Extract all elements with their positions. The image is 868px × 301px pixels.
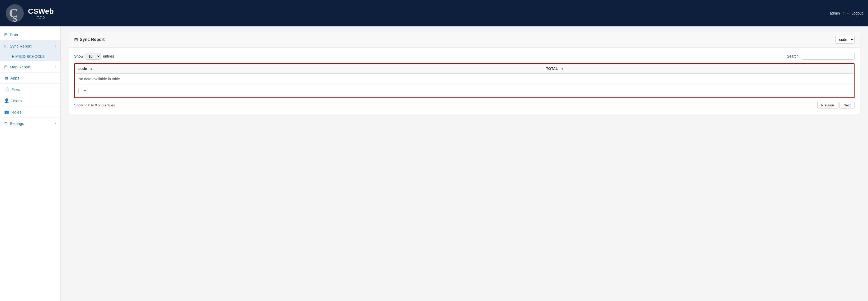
empty-row <box>75 85 854 98</box>
username-label: admin <box>830 11 840 15</box>
sidebar-item-sync-report[interactable]: ⊞ Sync Report ‹ <box>0 40 60 52</box>
header-right: admin ⬚→ Logout <box>830 11 863 15</box>
data-table: code ▲ TOTAL ▼ No data <box>75 64 854 97</box>
card-title: ⊞ Sync Report <box>74 37 104 42</box>
chevron-sync-report: ‹ <box>55 44 56 48</box>
sidebar-label-roles: Roles <box>11 110 21 114</box>
search-box: Search: <box>787 53 855 60</box>
table-header-row: code ▲ TOTAL ▼ <box>75 64 854 74</box>
grid-icon-map: ⊞ <box>4 64 8 69</box>
row-dropdown[interactable] <box>79 88 87 94</box>
empty-total-cell <box>542 85 854 98</box>
settings-icon: ⚙ <box>4 121 8 126</box>
table-icon: ⊞ <box>74 37 78 42</box>
sidebar-item-users[interactable]: 👤 Users <box>0 95 60 107</box>
sidebar-label-sync-report: Sync Report <box>10 44 32 48</box>
next-button[interactable]: Next <box>839 102 855 109</box>
sort-arrow-code: ▲ <box>90 66 93 71</box>
pagination-buttons: Previous Next <box>817 102 855 109</box>
grid-icon: ⊞ <box>4 32 8 37</box>
main-content: ⊞ Sync Report code Show 10 25 50 <box>61 26 868 301</box>
header-left: C S CSWeb 7.7.0 <box>5 4 54 23</box>
app-logo: C S <box>5 4 24 23</box>
entries-suffix: entries <box>103 54 114 58</box>
app-version: 7.7.0 <box>28 16 54 20</box>
col-total-label: TOTAL <box>546 66 558 71</box>
no-data-cell: No data available in table <box>75 74 854 85</box>
sidebar-label-map-report: Map Report <box>10 65 30 69</box>
entries-select[interactable]: 10 25 50 100 <box>86 53 101 60</box>
sync-report-card: ⊞ Sync Report code Show 10 25 50 <box>69 32 860 114</box>
logout-label: Logout <box>851 11 863 15</box>
logout-icon: ⬚→ <box>843 11 850 15</box>
sidebar-item-files[interactable]: 📄 Files <box>0 84 60 95</box>
sidebar-item-data[interactable]: ⊞ Data <box>0 29 60 40</box>
card-body: Show 10 25 50 100 entries Search: <box>69 48 860 114</box>
card-header: ⊞ Sync Report code <box>69 32 860 48</box>
sidebar-item-apps[interactable]: 🖥 Apps <box>0 72 60 84</box>
search-input[interactable] <box>802 53 855 60</box>
code-select[interactable]: code <box>835 36 855 43</box>
show-label: Show <box>74 54 84 58</box>
sidebar-item-map-report[interactable]: ⊞ Map Report ‹ <box>0 61 60 72</box>
grid-icon-sync: ⊞ <box>4 43 8 48</box>
sidebar-label-settings: Settings <box>10 121 24 126</box>
sidebar: ⊞ Data ⊞ Sync Report ‹ MEJD-SCHOOLS ⊞ Ma… <box>0 26 61 301</box>
app-header: C S CSWeb 7.7.0 admin ⬚→ Logout <box>0 0 868 26</box>
sidebar-label-files: Files <box>11 87 20 92</box>
show-entries: Show 10 25 50 100 entries <box>74 53 114 60</box>
users-icon: 👤 <box>4 98 9 103</box>
layout: ⊞ Data ⊞ Sync Report ‹ MEJD-SCHOOLS ⊞ Ma… <box>0 26 868 301</box>
sidebar-item-roles[interactable]: 👥 Roles <box>0 107 60 118</box>
no-data-row: No data available in table <box>75 74 854 85</box>
file-icon: 📄 <box>4 87 9 92</box>
app-title-block: CSWeb 7.7.0 <box>28 7 54 20</box>
chevron-settings: ‹ <box>55 121 56 125</box>
sort-arrow-total: ▼ <box>560 66 564 71</box>
sidebar-label-users: Users <box>11 98 22 103</box>
sidebar-subitem-mejd-schools[interactable]: MEJD-SCHOOLS <box>0 52 60 61</box>
sidebar-label-apps: Apps <box>10 76 19 80</box>
dot-icon <box>11 55 14 58</box>
logout-button[interactable]: ⬚→ Logout <box>843 11 863 15</box>
data-table-wrapper: code ▲ TOTAL ▼ No data <box>74 63 855 98</box>
roles-icon: 👥 <box>4 110 9 114</box>
col-total[interactable]: TOTAL ▼ <box>542 64 854 74</box>
app-name: CSWeb <box>28 7 54 16</box>
chevron-map-report: ‹ <box>55 65 56 69</box>
col-code[interactable]: code ▲ <box>75 64 542 74</box>
sidebar-label-mejd-schools: MEJD-SCHOOLS <box>15 54 44 59</box>
dropdown-cell <box>75 85 542 98</box>
sidebar-item-settings[interactable]: ⚙ Settings ‹ <box>0 118 60 129</box>
table-footer: Showing 0 to 0 of 0 entries Previous Nex… <box>74 102 855 109</box>
search-label: Search: <box>787 54 800 58</box>
monitor-icon: 🖥 <box>4 76 8 80</box>
col-code-label: code <box>79 66 87 71</box>
previous-button[interactable]: Previous <box>817 102 839 109</box>
sidebar-label-data: Data <box>10 32 18 37</box>
card-title-text: Sync Report <box>80 37 104 42</box>
showing-text: Showing 0 to 0 of 0 entries <box>74 103 115 107</box>
svg-text:S: S <box>13 14 18 23</box>
table-controls-top: Show 10 25 50 100 entries Search: <box>74 53 855 60</box>
